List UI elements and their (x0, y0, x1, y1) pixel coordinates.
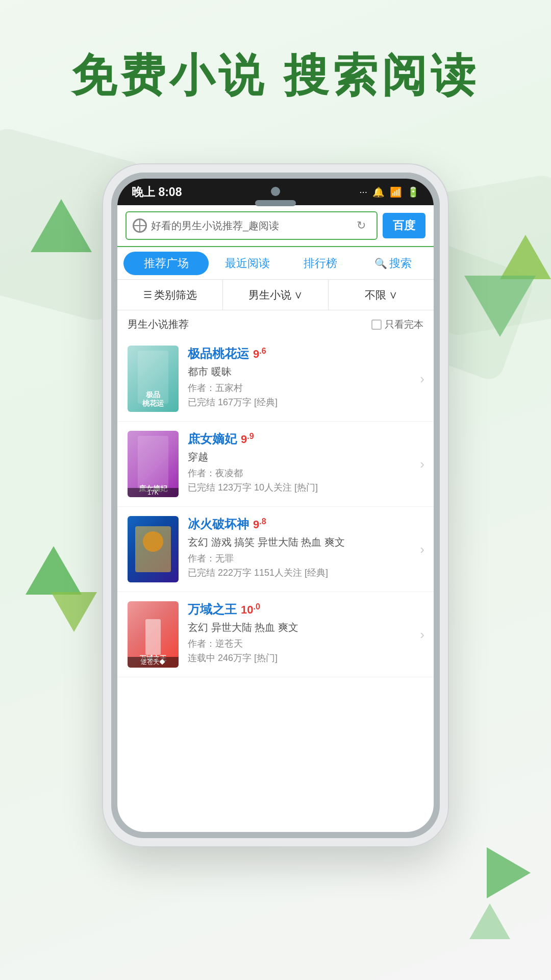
book-genre-4: 玄幻 异世大陆 热血 爽文 (188, 621, 423, 634)
book-info-2: 庶女嫡妃 9.9 穿越 作者：夜凌都 已完结 123万字 10人关注 [热门] (188, 431, 423, 497)
chevron-right-icon-2: › (420, 456, 424, 472)
triangle-decoration-6 (469, 903, 510, 939)
book-cover-1: 极品 桃花运 (128, 346, 179, 412)
book-stats-2: 已完结 123万字 10人关注 [热门] (188, 481, 423, 494)
filter-list-icon: ☰ (143, 289, 152, 301)
phone-mockup: 晚上 8:08 ··· 🔔 📶 🔋 好看的男生小说推荐_趣阅读 ↻ (102, 163, 449, 847)
book-meta-3: 作者：无罪 (188, 552, 423, 565)
book-title-4: 万域之王 (188, 601, 237, 618)
triangle-decoration-1 (26, 546, 82, 595)
search-icon: 🔍 (374, 257, 387, 270)
book-stats-4: 连载中 246万字 [热门] (188, 652, 423, 664)
book-info-1: 极品桃花运 9.6 都市 暖昧 作者：五家村 已完结 167万字 [经典] (188, 346, 423, 412)
phone-outer-frame: 晚上 8:08 ··· 🔔 📶 🔋 好看的男生小说推荐_趣阅读 ↻ (102, 163, 449, 847)
battery-icon: 🔋 (407, 186, 419, 198)
browser-bar: 好看的男生小说推荐_趣阅读 ↻ 百度 (117, 205, 434, 247)
filter-bar: ☰ 类别筛选 男生小说 ∨ 不限 ∨ (117, 280, 434, 310)
status-time: 晚上 8:08 (132, 184, 182, 200)
phone-top-bar (255, 187, 296, 206)
book-rating-4: 10.0 (241, 602, 260, 617)
tab-bar: 推荐广场 最近阅读 排行榜 🔍 搜索 (117, 247, 434, 280)
chevron-right-icon-1: › (420, 371, 424, 387)
book-title-3: 冰火破坏神 (188, 516, 249, 532)
mute-icon: 🔔 (372, 186, 385, 198)
book-title-row-4: 万域之王 10.0 (188, 601, 423, 618)
book-rating-3: 9.8 (253, 517, 266, 531)
book-list: 极品 桃花运 极品桃花运 9.6 都市 暖昧 作者：五家村 (117, 336, 434, 677)
limit-filter[interactable]: 不限 ∨ (329, 280, 434, 310)
cover-badge-4: 逆苍天◆ (128, 657, 179, 668)
signal-icon: ··· (359, 186, 367, 198)
book-genre-2: 穿越 (188, 450, 423, 464)
complete-checkbox[interactable] (371, 320, 382, 330)
book-title-row-2: 庶女嫡妃 9.9 (188, 431, 423, 447)
camera-dot (271, 187, 280, 196)
phone-inner-frame: 晚上 8:08 ··· 🔔 📶 🔋 好看的男生小说推荐_趣阅读 ↻ (111, 173, 440, 838)
triangle-decoration-3 (31, 199, 92, 252)
book-title-row-1: 极品桃花运 9.6 (188, 346, 423, 362)
section-header: 男生小说推荐 只看完本 (117, 310, 434, 336)
gender-filter[interactable]: 男生小说 ∨ (223, 280, 329, 310)
status-icons: ··· 🔔 📶 🔋 (359, 186, 419, 198)
book-meta-4: 作者：逆苍天 (188, 638, 423, 650)
page-title: 免费小说 搜索阅读 (0, 51, 551, 101)
tab-search[interactable]: 🔍 搜索 (357, 251, 430, 276)
book-title-2: 庶女嫡妃 (188, 431, 237, 447)
url-box[interactable]: 好看的男生小说推荐_趣阅读 ↻ (126, 211, 378, 240)
book-item-1[interactable]: 极品 桃花运 极品桃花运 9.6 都市 暖昧 作者：五家村 (117, 336, 434, 422)
book-rating-1: 9.6 (253, 347, 266, 361)
baidu-search-button[interactable]: 百度 (383, 213, 425, 238)
phone-screen: 晚上 8:08 ··· 🔔 📶 🔋 好看的男生小说推荐_趣阅读 ↻ (117, 179, 434, 832)
book-meta-2: 作者：夜凌都 (188, 467, 423, 479)
only-complete-toggle[interactable]: 只看完本 (371, 318, 423, 331)
book-title-row-3: 冰火破坏神 9.8 (188, 516, 423, 532)
triangle-decoration-4 (500, 235, 551, 279)
book-genre-1: 都市 暖昧 (188, 365, 423, 379)
chevron-right-icon-4: › (420, 627, 424, 643)
tab-ranking[interactable]: 排行榜 (284, 251, 357, 276)
book-rating-2: 9.9 (241, 432, 254, 446)
book-genre-3: 玄幻 游戏 搞笑 异世大陆 热血 爽文 (188, 535, 423, 549)
globe-icon (133, 218, 147, 233)
cover-badge-2: 17K (128, 488, 179, 497)
book-item-4[interactable]: 万域之王 逆苍天◆ 万域之王 10.0 玄幻 异世大陆 热血 (117, 592, 434, 677)
triangle-decoration-2 (51, 592, 97, 632)
tab-recommended[interactable]: 推荐广场 (123, 252, 209, 275)
book-stats-1: 已完结 167万字 [经典] (188, 396, 423, 408)
speaker-bar (255, 200, 296, 206)
book-title-1: 极品桃花运 (188, 346, 249, 362)
refresh-button[interactable]: ↻ (352, 216, 370, 235)
cover-figure-2 (138, 436, 168, 489)
book-cover-2: 庶女嫡妃 17K (128, 431, 179, 497)
book-cover-4: 万域之王 逆苍天◆ (128, 601, 179, 668)
book-item-2[interactable]: 庶女嫡妃 17K 庶女嫡妃 9.9 穿越 作者：夜凌都 (117, 422, 434, 507)
category-filter[interactable]: ☰ 类别筛选 (117, 280, 223, 310)
book-item-3[interactable]: 冰火破坏神 9.8 玄幻 游戏 搞笑 异世大陆 热血 爽文 作者：无罪 已完结 … (117, 507, 434, 592)
book-stats-3: 已完结 222万字 1151人关注 [经典] (188, 567, 423, 579)
cover-text-1: 极品 桃花运 (128, 390, 179, 408)
wifi-icon: 📶 (390, 186, 402, 198)
triangle-decoration-7 (487, 847, 531, 898)
tab-recent[interactable]: 最近阅读 (211, 251, 284, 276)
chevron-right-icon-3: › (420, 542, 424, 557)
url-text: 好看的男生小说推荐_趣阅读 (151, 219, 348, 233)
triangle-decoration-5 (464, 276, 536, 337)
book-info-3: 冰火破坏神 9.8 玄幻 游戏 搞笑 异世大陆 热血 爽文 作者：无罪 已完结 … (188, 516, 423, 582)
book-info-4: 万域之王 10.0 玄幻 异世大陆 热血 爽文 作者：逆苍天 连载中 246万字… (188, 601, 423, 668)
book-cover-3 (128, 516, 179, 582)
book-meta-1: 作者：五家村 (188, 382, 423, 394)
section-title: 男生小说推荐 (128, 317, 189, 331)
